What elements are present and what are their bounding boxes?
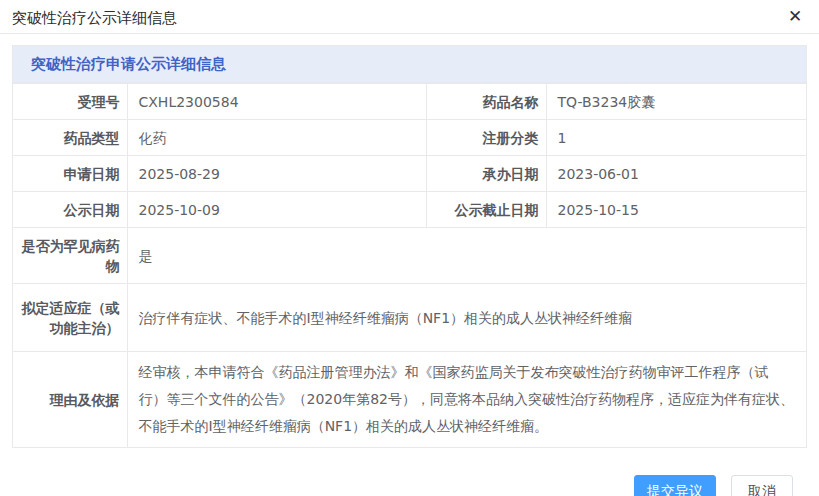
table-row: 药品类型 化药 注册分类 1 bbox=[13, 120, 806, 156]
table-row: 受理号 CXHL2300584 药品名称 TQ-B3234胶囊 bbox=[13, 84, 806, 120]
field-label-drug-type: 药品类型 bbox=[13, 120, 127, 156]
field-value-indication: 治疗伴有症状、不能手术的I型神经纤维瘤病（NF1）相关的成人丛状神经纤维瘤 bbox=[127, 284, 806, 352]
field-value-reason: 经审核，本申请符合《药品注册管理办法》和《国家药监局关于发布突破性治疗药物审评工… bbox=[127, 352, 806, 448]
submit-objection-button[interactable]: 提交异议 bbox=[634, 475, 716, 496]
breakthrough-therapy-detail-dialog: 突破性治疗公示详细信息 ✕ 突破性治疗申请公示详细信息 受理号 CXHL2300… bbox=[0, 0, 819, 496]
field-value-drug-type: 化药 bbox=[127, 120, 426, 156]
dialog-title: 突破性治疗公示详细信息 bbox=[12, 9, 177, 28]
field-value-apply-date: 2025-08-29 bbox=[127, 156, 426, 192]
field-value-undertake-date: 2023-06-01 bbox=[546, 156, 806, 192]
field-label-reason: 理由及依据 bbox=[13, 352, 127, 448]
field-value-registration-class: 1 bbox=[546, 120, 806, 156]
field-value-drug-name: TQ-B3234胶囊 bbox=[546, 84, 806, 120]
field-label-publicity-deadline: 公示截止日期 bbox=[426, 192, 546, 228]
field-label-publicity-date: 公示日期 bbox=[13, 192, 127, 228]
section-header-title: 突破性治疗申请公示详细信息 bbox=[13, 46, 806, 83]
field-value-rare-disease: 是 bbox=[127, 228, 806, 284]
table-row: 拟定适应症（或功能主治） 治疗伴有症状、不能手术的I型神经纤维瘤病（NF1）相关… bbox=[13, 284, 806, 352]
field-label-undertake-date: 承办日期 bbox=[426, 156, 546, 192]
table-row: 理由及依据 经审核，本申请符合《药品注册管理办法》和《国家药监局关于发布突破性治… bbox=[13, 352, 806, 448]
detail-table: 受理号 CXHL2300584 药品名称 TQ-B3234胶囊 药品类型 化药 … bbox=[13, 83, 806, 447]
table-row: 公示日期 2025-10-09 公示截止日期 2025-10-15 bbox=[13, 192, 806, 228]
field-label-registration-class: 注册分类 bbox=[426, 120, 546, 156]
field-value-publicity-date: 2025-10-09 bbox=[127, 192, 426, 228]
table-row: 申请日期 2025-08-29 承办日期 2023-06-01 bbox=[13, 156, 806, 192]
field-value-publicity-deadline: 2025-10-15 bbox=[546, 192, 806, 228]
dialog-footer: 提交异议 取消 bbox=[12, 475, 807, 496]
cancel-button[interactable]: 取消 bbox=[731, 475, 793, 496]
close-icon[interactable]: ✕ bbox=[784, 5, 806, 27]
field-label-acceptance-no: 受理号 bbox=[13, 84, 127, 120]
dialog-header: 突破性治疗公示详细信息 ✕ bbox=[0, 0, 819, 34]
table-row: 是否为罕见病药物 是 bbox=[13, 228, 806, 284]
field-label-indication: 拟定适应症（或功能主治） bbox=[13, 284, 127, 352]
detail-section: 突破性治疗申请公示详细信息 受理号 CXHL2300584 药品名称 TQ-B3… bbox=[12, 45, 807, 448]
field-label-apply-date: 申请日期 bbox=[13, 156, 127, 192]
dialog-body: 突破性治疗申请公示详细信息 受理号 CXHL2300584 药品名称 TQ-B3… bbox=[0, 34, 819, 496]
field-value-acceptance-no: CXHL2300584 bbox=[127, 84, 426, 120]
field-label-rare-disease: 是否为罕见病药物 bbox=[13, 228, 127, 284]
field-label-drug-name: 药品名称 bbox=[426, 84, 546, 120]
